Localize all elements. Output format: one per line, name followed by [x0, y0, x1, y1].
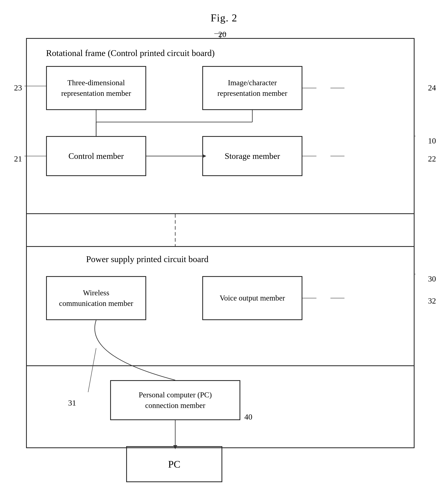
box-image-member: Image/characterrepresentation member	[202, 66, 303, 110]
label-32: 32	[428, 296, 436, 305]
box-control-label: Control member	[68, 151, 124, 161]
box-pc-label: PC	[168, 458, 180, 470]
box-3d-member: Three-dimensionalrepresentation member	[46, 66, 146, 110]
label-31: 31	[68, 398, 76, 408]
box-wireless-label: Wirelesscommunication member	[59, 288, 133, 309]
rotational-frame-box	[26, 38, 415, 214]
box-storage-label: Storage member	[225, 151, 280, 161]
box-control-member: Control member	[46, 136, 146, 176]
box-pc-connection-label: Personal computer (PC)connection member	[139, 390, 212, 411]
box-image-label: Image/characterrepresentation member	[217, 77, 287, 99]
power-supply-label: Power supply printed circuit board	[86, 254, 208, 264]
box-pc: PC	[126, 446, 222, 482]
label-23: 23	[14, 83, 22, 92]
label-40: 40	[244, 412, 252, 422]
label-24: 24	[428, 83, 436, 92]
box-voice-label: Voice output member	[220, 293, 285, 303]
label-22: 22	[428, 154, 436, 164]
fig-title: Fig. 2	[211, 12, 237, 24]
box-pc-connection-member: Personal computer (PC)connection member	[110, 380, 240, 420]
box-storage-member: Storage member	[202, 136, 303, 176]
diagram-container: Fig. 2 10 20 Rotational frame (Control p…	[0, 0, 448, 501]
label-30: 30	[428, 274, 436, 284]
label-21: 21	[14, 154, 22, 164]
label-20: 20	[218, 30, 226, 39]
label-10: 10	[428, 136, 436, 145]
box-3d-label: Three-dimensionalrepresentation member	[61, 77, 131, 99]
rotational-frame-label: Rotational frame (Control printed circui…	[46, 48, 215, 58]
box-wireless-member: Wirelesscommunication member	[46, 276, 146, 320]
box-voice-member: Voice output member	[202, 276, 303, 320]
